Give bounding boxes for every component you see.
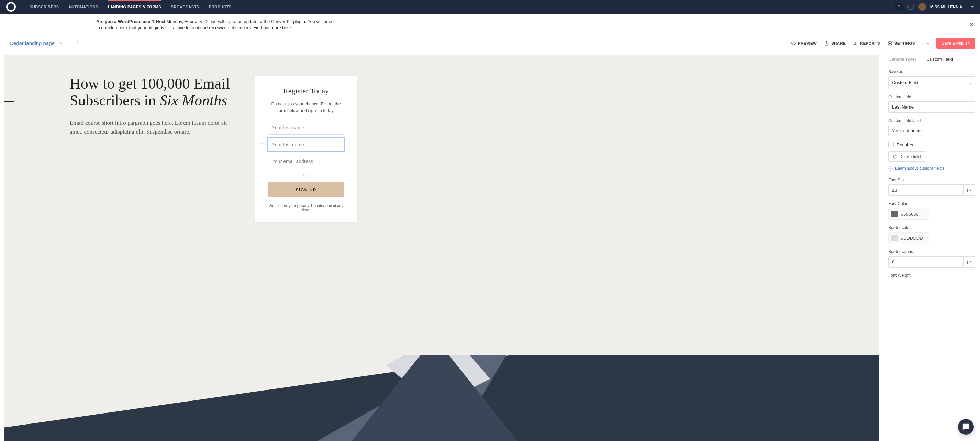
border-color-value: #DDDDDD — [901, 236, 923, 241]
properties-panel: General styles › Custom Field Save as Cu… — [883, 51, 980, 441]
main-area: How to get 100,000 Email Subscribers in … — [0, 51, 980, 441]
more-menu[interactable] — [923, 43, 929, 44]
font-size-label: Font Size — [888, 178, 975, 182]
nav-items: SUBSCRIBERS AUTOMATIONS LANDING PAGES & … — [30, 5, 231, 9]
border-radius-label: Border radius — [888, 249, 975, 254]
headline-em: Six Months — [160, 92, 228, 109]
custom-field-label-input[interactable]: Your last name — [888, 125, 975, 136]
user-menu[interactable]: MISS MILLENNIA ... — [930, 5, 967, 9]
add-field-row: + — [268, 173, 344, 179]
section-marker — [4, 101, 14, 102]
learn-link[interactable]: Learn about custom fields — [888, 166, 975, 171]
trash-icon — [893, 155, 897, 159]
share-label: SHARE — [831, 41, 846, 45]
border-color-label: Border color — [888, 225, 975, 230]
font-color-input[interactable]: #666666 — [888, 208, 929, 220]
chevron-down-icon[interactable]: ⌵ — [965, 102, 975, 112]
border-radius-input[interactable]: 0 — [888, 256, 964, 268]
privacy-text[interactable]: We respect your privacy. Unsubscribe at … — [268, 204, 344, 212]
preview-label: PREVIEW — [798, 41, 817, 45]
hero-headline[interactable]: How to get 100,000 Email Subscribers in … — [70, 76, 235, 109]
learn-label: Learn about custom fields — [895, 166, 944, 171]
delete-label: Delete field — [899, 154, 921, 159]
reports-label: REPORTS — [860, 41, 880, 45]
breadcrumb-prev[interactable]: General styles — [888, 57, 917, 62]
form-title[interactable]: Register Today — [268, 87, 344, 95]
email-input[interactable] — [268, 155, 344, 168]
reports-button[interactable]: REPORTS — [853, 41, 880, 46]
font-color-label: Font Color — [888, 201, 975, 206]
font-size-input[interactable]: 18 — [888, 184, 964, 196]
share-icon — [824, 41, 829, 46]
cfl-label: Custom field label — [888, 118, 975, 123]
chevron-down-icon: ⌵ — [968, 79, 971, 86]
logo-icon[interactable] — [6, 2, 16, 12]
nav-landing-pages[interactable]: LANDING PAGES & FORMS — [108, 5, 161, 9]
border-color-swatch — [891, 235, 897, 241]
breadcrumb: General styles › Custom Field — [888, 57, 975, 62]
info-icon — [888, 166, 893, 171]
add-page-button[interactable]: + — [76, 40, 80, 47]
chart-icon — [853, 41, 858, 46]
first-name-input[interactable] — [268, 121, 344, 135]
pencil-icon[interactable]: ✎ — [59, 41, 62, 46]
last-name-input[interactable] — [268, 138, 344, 151]
breadcrumb-current: Custom Field — [926, 57, 953, 62]
hero-background — [5, 355, 879, 441]
help-button[interactable]: ? — [895, 3, 904, 11]
first-name-field-wrap — [268, 121, 344, 138]
chat-icon — [962, 423, 970, 431]
nav-broadcasts[interactable]: BROADCASTS — [171, 5, 199, 9]
custom-field-select[interactable]: Last Name ⌵ — [888, 102, 975, 113]
nav-products[interactable]: PRODUCTS — [209, 5, 232, 9]
settings-label: SETTINGS — [894, 41, 915, 45]
font-size-value: 18 — [892, 187, 897, 193]
chat-widget[interactable] — [958, 419, 974, 435]
preview-button[interactable]: PREVIEW — [791, 41, 817, 46]
eye-icon — [791, 41, 796, 46]
banner-bold: Are you a WordPress user? — [96, 19, 154, 24]
page-title[interactable]: Cedar landing page — [10, 40, 55, 46]
svg-point-0 — [793, 43, 794, 44]
border-color-input[interactable]: #DDDDDD — [888, 232, 929, 244]
nav-subscribers[interactable]: SUBSCRIBERS — [30, 5, 59, 9]
custom-field-label: Custom field — [888, 94, 975, 99]
chevron-right-icon: › — [921, 57, 922, 62]
share-button[interactable]: SHARE — [824, 41, 846, 46]
hero-intro[interactable]: Email course short intro pargraph goes h… — [70, 119, 235, 136]
nav-automations[interactable]: AUTOMATIONS — [69, 5, 98, 9]
notice-banner: Are you a WordPress user? Next Monday, F… — [0, 14, 980, 36]
canvas: How to get 100,000 Email Subscribers in … — [0, 51, 883, 441]
email-field-wrap — [268, 155, 344, 171]
close-icon[interactable]: × — [969, 20, 974, 30]
caret-down-icon[interactable] — [971, 6, 974, 8]
gear-icon — [888, 41, 892, 46]
settings-button[interactable]: SETTINGS — [888, 41, 915, 46]
save-publish-button[interactable]: Save & Publish — [936, 38, 975, 49]
last-name-field-wrap — [268, 138, 344, 155]
save-as-select[interactable]: Custom Field ⌵ — [888, 76, 975, 89]
svg-point-4 — [889, 43, 891, 44]
font-size-unit: px — [964, 184, 975, 196]
border-radius-value: 0 — [892, 259, 894, 265]
loading-spinner-icon — [907, 3, 914, 10]
required-label: Required — [897, 142, 915, 148]
border-radius-unit: px — [964, 256, 975, 268]
custom-field-value: Last Name — [889, 102, 965, 112]
form-subtitle[interactable]: Do not miss your chance. Fill out the fo… — [268, 101, 344, 114]
avatar[interactable] — [918, 3, 926, 11]
landing-preview[interactable]: How to get 100,000 Email Subscribers in … — [4, 55, 879, 441]
banner-link[interactable]: Find out more here. — [253, 25, 292, 30]
save-as-label: Save as — [888, 69, 975, 74]
signup-button[interactable]: SIGN UP — [268, 182, 344, 197]
font-color-value: #666666 — [901, 212, 918, 217]
save-as-value: Custom Field — [892, 80, 918, 85]
required-checkbox-row[interactable]: Required — [888, 142, 975, 148]
hero-text[interactable]: How to get 100,000 Email Subscribers in … — [70, 76, 235, 136]
required-checkbox[interactable] — [888, 142, 894, 148]
cfl-value: Your last name — [892, 128, 921, 133]
top-navbar: SUBSCRIBERS AUTOMATIONS LANDING PAGES & … — [0, 0, 980, 14]
font-weight-label: Font Weight — [888, 273, 975, 278]
add-field-button[interactable]: + — [304, 173, 309, 178]
delete-field-button[interactable]: Delete field — [888, 151, 925, 162]
